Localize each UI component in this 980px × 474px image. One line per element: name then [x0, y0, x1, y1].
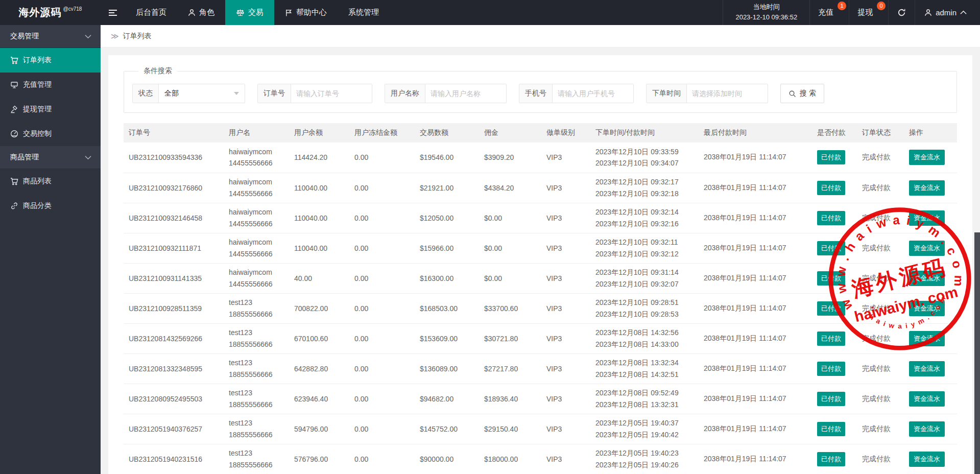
order-time-label: 下单时间 — [647, 84, 687, 103]
cell-action: 资金流水 — [904, 384, 957, 414]
cell-last-pay-time: 2038年01月19日 11:14:07 — [699, 414, 812, 444]
status-select[interactable]: 全部 — [159, 84, 245, 103]
chevron-down-icon — [85, 34, 91, 39]
recharge-label: 充值 — [818, 8, 833, 17]
orders-table-header: 订单号 用户名 用户余额 用户冻结金额 交易数额 佣金 做单级别 下单时间/付款… — [124, 123, 957, 143]
sidebar-item-recharge-mgmt[interactable]: 充值管理 — [0, 73, 101, 97]
fund-flow-button[interactable]: 资金流水 — [909, 391, 945, 407]
cell-balance: 114424.20 — [289, 143, 349, 173]
order-no-input[interactable] — [291, 84, 372, 103]
user-name-input[interactable] — [425, 84, 506, 103]
sidebar-group-goods[interactable]: 商品管理 — [0, 146, 101, 169]
cell-frozen: 0.00 — [349, 444, 415, 474]
user-menu[interactable]: admin — [915, 0, 980, 25]
cell-paid: 已付款 — [812, 173, 857, 203]
sidebar-item-label: 商品列表 — [23, 177, 52, 186]
breadcrumb-arrows-icon: ≫ — [111, 32, 119, 41]
sidebar-item-label: 交易控制 — [23, 129, 52, 138]
phone-filter-group: 手机号 — [519, 84, 634, 103]
cell-level: VIP3 — [541, 323, 590, 353]
fund-flow-button[interactable]: 资金流水 — [909, 180, 945, 196]
sidebar-item-label: 提现管理 — [23, 105, 52, 114]
nav-dashboard[interactable]: 后台首页 — [125, 0, 177, 25]
cell-status: 完成付款 — [857, 203, 904, 233]
search-button[interactable]: 搜 索 — [780, 84, 824, 103]
recharge-board-icon — [10, 81, 18, 89]
sidebar-item-withdraw-mgmt[interactable]: 提现管理 — [0, 97, 101, 122]
fund-flow-button[interactable]: 资金流水 — [909, 271, 945, 286]
paid-badge: 已付款 — [817, 362, 845, 376]
cell-paid: 已付款 — [812, 444, 857, 474]
col-username: 用户名 — [224, 123, 289, 143]
nav-help-center[interactable]: 帮助中心 — [274, 0, 338, 25]
fund-flow-button[interactable]: 资金流水 — [909, 421, 945, 437]
col-status: 订单状态 — [857, 123, 904, 143]
col-frozen: 用户冻结金额 — [349, 123, 415, 143]
nav-roles[interactable]: 角色 — [177, 0, 225, 25]
menu-collapse-icon[interactable] — [101, 0, 125, 25]
withdraw-count-badge: 0 — [877, 2, 886, 10]
cell-level: VIP3 — [541, 233, 590, 263]
fund-flow-button[interactable]: 资金流水 — [909, 301, 945, 316]
app-logo[interactable]: 海外源码 @cv718 — [0, 0, 101, 25]
fund-flow-button[interactable]: 资金流水 — [909, 241, 945, 256]
cell-times: 2023年12月08日 14:32:562023年12月08日 14:33:00 — [590, 323, 699, 353]
breadcrumb: ≫ 订单列表 — [101, 25, 980, 48]
cell-commission: $0.00 — [479, 203, 541, 233]
sidebar-item-label: 商品分类 — [23, 201, 52, 210]
phone-input[interactable] — [553, 84, 633, 103]
cell-frozen: 0.00 — [349, 323, 415, 353]
cell-status: 完成付款 — [857, 414, 904, 444]
recharge-link[interactable]: 充值 1 — [810, 0, 849, 25]
header-row: 订单号 用户名 用户余额 用户冻结金额 交易数额 佣金 做单级别 下单时间/付款… — [124, 123, 957, 143]
refresh-button[interactable] — [889, 0, 915, 25]
paid-badge: 已付款 — [817, 150, 845, 164]
cell-action: 资金流水 — [904, 263, 957, 293]
cell-times: 2023年12月10日 09:32:172023年12月10日 09:32:18 — [590, 173, 699, 203]
cell-amount: $21921.00 — [415, 173, 479, 203]
cell-balance: 110040.00 — [289, 233, 349, 263]
recharge-count-badge: 1 — [838, 2, 846, 10]
vertical-scrollbar-thumb[interactable] — [974, 232, 980, 474]
status-label: 状态 — [133, 84, 159, 103]
fund-flow-button[interactable]: 资金流水 — [909, 331, 945, 346]
fund-flow-button[interactable]: 资金流水 — [909, 210, 945, 226]
col-last-pay-time: 最后付款时间 — [699, 123, 812, 143]
col-order-no: 订单号 — [124, 123, 224, 143]
cell-level: VIP3 — [541, 143, 590, 173]
fund-flow-button[interactable]: 资金流水 — [909, 452, 945, 467]
sidebar-item-trade-control[interactable]: 交易控制 — [0, 122, 101, 146]
sidebar-item-order-list[interactable]: 订单列表 — [0, 48, 101, 73]
cell-user: test12318855556666 — [224, 414, 289, 444]
cell-order-no: UB2312100931141335 — [124, 263, 224, 293]
withdraw-link[interactable]: 提现 0 — [849, 0, 889, 25]
cell-last-pay-time: 2038年01月19日 11:14:07 — [699, 384, 812, 414]
hamburger-icon — [108, 9, 117, 17]
fund-flow-button[interactable]: 资金流水 — [909, 150, 945, 165]
table-row: UB2312081432569266test123188555566666701… — [124, 323, 957, 353]
table-row: UB2312100933594336haiwaiymcom14455556666… — [124, 143, 957, 173]
cell-order-no: UB2312080952495503 — [124, 384, 224, 414]
fund-flow-button[interactable]: 资金流水 — [909, 361, 945, 376]
cell-frozen: 0.00 — [349, 233, 415, 263]
order-time-input[interactable] — [687, 84, 768, 103]
withdraw-label: 提现 — [857, 8, 873, 17]
topbar: 海外源码 @cv718 后台首页 角色 交易 帮助中心 系统管理 当地时间 20… — [0, 0, 980, 25]
cell-user: haiwaiymcom14455556666 — [224, 173, 289, 203]
local-time-value: 2023-12-10 09:36:52 — [735, 13, 797, 22]
cell-status: 完成付款 — [857, 384, 904, 414]
flag-icon — [285, 9, 293, 17]
nav-trade[interactable]: 交易 — [225, 0, 274, 25]
cell-action: 资金流水 — [904, 323, 957, 353]
cell-balance: 623946.40 — [289, 384, 349, 414]
gavel-icon — [10, 105, 18, 113]
sidebar-group-trade[interactable]: 交易管理 — [0, 25, 101, 48]
status-filter-group: 状态 全部 — [132, 84, 245, 103]
cell-amount: $90000.00 — [415, 444, 479, 474]
sidebar-item-goods-list[interactable]: 商品列表 — [0, 169, 101, 194]
cell-amount: $94682.00 — [415, 384, 479, 414]
search-panel: 条件搜索 状态 全部 订单号 用户名称 — [124, 66, 957, 113]
cell-commission: $29150.40 — [479, 414, 541, 444]
nav-system[interactable]: 系统管理 — [338, 0, 390, 25]
sidebar-item-goods-category[interactable]: 商品分类 — [0, 194, 101, 218]
